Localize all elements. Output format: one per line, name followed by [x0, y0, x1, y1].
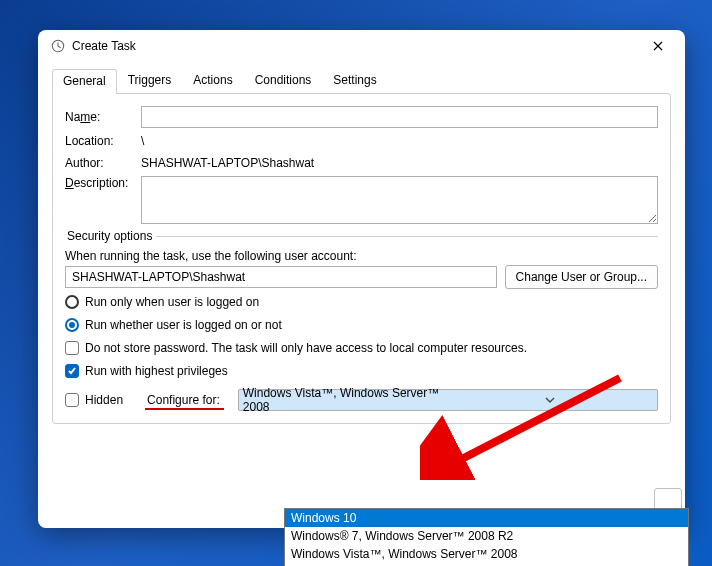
description-input[interactable]: [141, 176, 658, 224]
security-options-legend: Security options: [63, 229, 156, 243]
dropdown-option[interactable]: Windows 10: [285, 509, 688, 527]
name-input[interactable]: [141, 106, 658, 128]
titlebar: Create Task: [38, 30, 685, 62]
tab-settings[interactable]: Settings: [322, 68, 387, 93]
close-button[interactable]: [635, 31, 681, 61]
window-title: Create Task: [72, 39, 635, 53]
configure-for-combobox[interactable]: Windows Vista™, Windows Server™ 2008: [238, 389, 658, 411]
radio-run-whether[interactable]: Run whether user is logged on or not: [65, 318, 282, 332]
author-label: Author:: [65, 156, 135, 170]
name-label: Name:: [65, 110, 135, 124]
location-label: Location:: [65, 134, 135, 148]
dialog-content: General Triggers Actions Conditions Sett…: [38, 62, 685, 528]
checkbox-no-store-password[interactable]: Do not store password. The task will onl…: [65, 341, 527, 355]
configure-for-dropdown: Windows 10 Windows® 7, Windows Server™ 2…: [284, 508, 689, 566]
tab-conditions[interactable]: Conditions: [244, 68, 323, 93]
tab-actions[interactable]: Actions: [182, 68, 243, 93]
author-value: SHASHWAT-LAPTOP\Shashwat: [141, 154, 658, 172]
dropdown-option[interactable]: Windows® 7, Windows Server™ 2008 R2: [285, 527, 688, 545]
chevron-down-icon: [448, 395, 653, 405]
location-value: \: [141, 132, 658, 150]
user-account-display: SHASHWAT-LAPTOP\Shashwat: [65, 266, 497, 288]
checkbox-hidden[interactable]: Hidden: [65, 393, 123, 407]
tab-general[interactable]: General: [52, 69, 117, 94]
dropdown-option[interactable]: Windows Vista™, Windows Server™ 2008: [285, 545, 688, 563]
tab-triggers[interactable]: Triggers: [117, 68, 183, 93]
when-running-label: When running the task, use the following…: [65, 249, 658, 263]
task-scheduler-icon: [50, 38, 66, 54]
description-label: Description:: [65, 176, 135, 190]
security-options-group: Security options When running the task, …: [65, 236, 658, 379]
configure-for-selected: Windows Vista™, Windows Server™ 2008: [243, 386, 448, 414]
tab-strip: General Triggers Actions Conditions Sett…: [52, 68, 671, 93]
change-user-button[interactable]: Change User or Group...: [505, 265, 658, 289]
create-task-dialog: Create Task General Triggers Actions Con…: [38, 30, 685, 528]
tab-page-general: Name: Location: \ Author: SHASHWAT-LAPTO…: [52, 93, 671, 424]
radio-run-logged-on[interactable]: Run only when user is logged on: [65, 295, 259, 309]
checkbox-highest-privileges[interactable]: Run with highest privileges: [65, 364, 228, 378]
configure-for-label: Configure for:: [147, 393, 220, 407]
